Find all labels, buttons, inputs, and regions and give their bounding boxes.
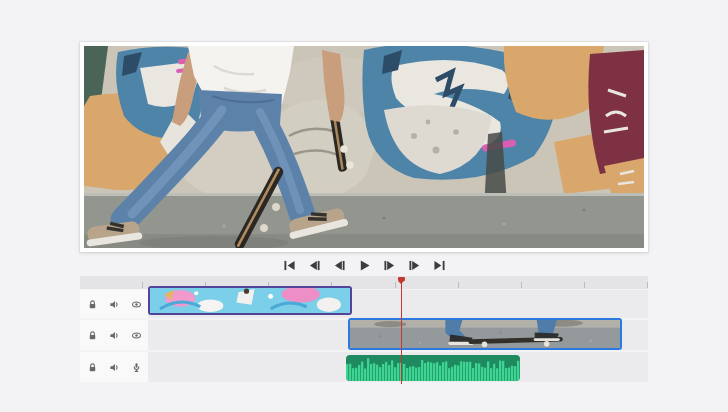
play-button[interactable] [356,257,372,273]
microphone-icon [131,362,142,373]
mute-track-button[interactable] [108,329,121,342]
toggle-visibility-button[interactable] [130,298,143,311]
step-back-button[interactable] [331,257,347,273]
clip-video-2-thumbnail [350,320,620,348]
skip-end-button[interactable] [431,257,447,273]
video-editor-app [0,0,728,412]
step-forward-icon [383,260,396,271]
toggle-visibility-button[interactable] [130,329,143,342]
jump-back-button[interactable] [306,257,322,273]
video-preview-frame [80,42,648,252]
record-track-button[interactable] [130,361,143,374]
lock-track-button[interactable] [86,329,99,342]
mute-track-button[interactable] [108,361,121,374]
ruler-tick [584,282,585,288]
jump-back-icon [308,260,321,271]
step-forward-button[interactable] [381,257,397,273]
clip-video-1[interactable] [148,286,352,315]
timeline [80,276,648,384]
eye-icon [131,330,142,341]
asphalt-ground [84,193,644,248]
clip-audio[interactable] [346,355,520,381]
clip-video-2[interactable] [348,318,622,350]
lock-icon [87,299,98,310]
play-icon [358,260,371,271]
lock-track-button[interactable] [86,361,99,374]
ruler-tick [142,282,143,288]
ruler-tick [521,282,522,288]
track-header-audio-1 [80,352,148,382]
ruler-tick [458,282,459,288]
clip-video-1-thumbnail [150,288,350,313]
skip-start-button[interactable] [281,257,297,273]
eye-icon [131,299,142,310]
step-back-icon [333,260,346,271]
lock-icon [87,330,98,341]
skip-start-icon [283,260,296,271]
volume-icon [109,299,120,310]
jump-forward-button[interactable] [406,257,422,273]
jump-forward-icon [408,260,421,271]
skip-end-icon [433,260,446,271]
lock-track-button[interactable] [86,298,99,311]
track-header-video-2 [80,320,148,350]
playhead[interactable] [396,276,407,384]
audio-waveform [346,355,520,381]
lock-icon [87,362,98,373]
volume-icon [109,330,120,341]
volume-icon [109,362,120,373]
video-preview [84,46,644,248]
track-header-video-1 [80,290,148,318]
playhead-line [401,278,403,384]
transport-controls [80,256,648,274]
mute-track-button[interactable] [108,298,121,311]
ruler-tick [647,282,648,288]
